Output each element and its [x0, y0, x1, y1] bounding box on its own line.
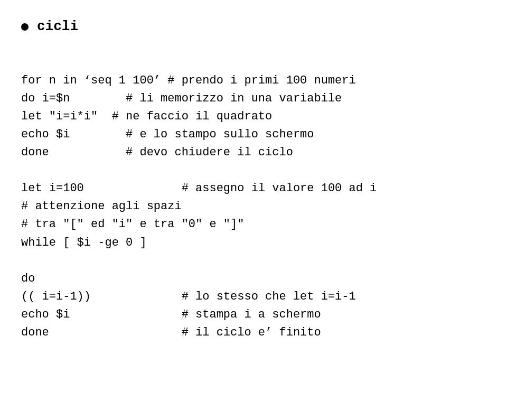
code-line-echo1: echo $i # e lo stampo sullo schermo	[21, 126, 486, 144]
code-text: # attenzione agli spazi	[21, 198, 182, 216]
code-line-do1: do i=$n # li memorizzo in una variabile	[21, 90, 486, 108]
code-line-let2: let i=100 # assegno il valore 100 ad i	[21, 180, 486, 198]
code-text: let "i=i*i" # ne faccio il quadrato	[21, 108, 272, 126]
code-line-let1: let "i=i*i" # ne faccio il quadrato	[21, 108, 486, 126]
empty-line-3	[21, 252, 486, 270]
code-line-comment1: # attenzione agli spazi	[21, 198, 486, 216]
code-line-for: for n in ‘seq 1 100’ # prendo i primi 10…	[21, 72, 486, 90]
code-text: echo $i # e lo stampo sullo schermo	[21, 126, 314, 144]
code-text: let i=100 # assegno il valore 100 ad i	[21, 180, 377, 198]
code-line-echo2: echo $i # stampa i a schermo	[21, 306, 486, 324]
code-text: while [ $i -ge 0 ]	[21, 234, 147, 252]
empty-line-1	[21, 54, 486, 72]
code-text: do	[21, 270, 35, 288]
title-text: cicli	[37, 16, 78, 38]
code-text: for n in ‘seq 1 100’ # prendo i primi 10…	[21, 72, 356, 90]
code-line-comment2: # tra "[" ed "i" e tra "0" e "]"	[21, 216, 486, 234]
code-text: done # il ciclo e’ finito	[21, 324, 321, 342]
code-text: echo $i # stampa i a schermo	[21, 306, 321, 324]
empty-line-2	[21, 162, 486, 180]
code-line-do2: do	[21, 270, 486, 288]
code-line-decrement: (( i=i-1)) # lo stesso che let i=i-1	[21, 288, 486, 306]
code-text: (( i=i-1)) # lo stesso che let i=i-1	[21, 288, 356, 306]
bullet-title-container: cicli	[21, 16, 486, 38]
page-container: cicli for n in ‘seq 1 100’ # prendo i pr…	[21, 16, 486, 342]
code-text: done # devo chiudere il ciclo	[21, 144, 293, 162]
bullet-dot	[21, 23, 29, 31]
code-text: do i=$n # li memorizzo in una variabile	[21, 90, 342, 108]
code-line-while: while [ $i -ge 0 ]	[21, 234, 486, 252]
code-line-done1: done # devo chiudere il ciclo	[21, 144, 486, 162]
code-text: # tra "[" ed "i" e tra "0" e "]"	[21, 216, 244, 234]
code-block: for n in ‘seq 1 100’ # prendo i primi 10…	[21, 54, 486, 342]
code-line-done2: done # il ciclo e’ finito	[21, 324, 486, 342]
